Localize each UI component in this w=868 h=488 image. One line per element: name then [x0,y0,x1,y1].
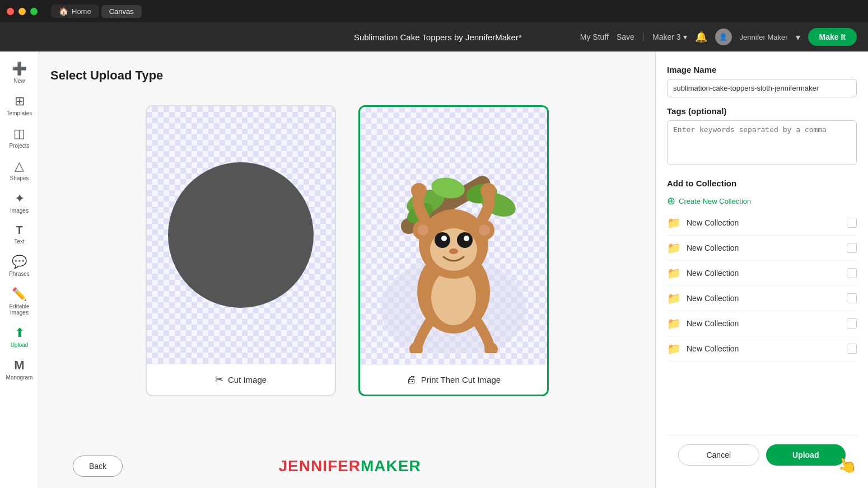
user-chevron-icon: ▾ [796,32,800,43]
folder-icon-4: 📁 [667,292,681,305]
sidebar-item-templates[interactable]: ⊞ Templates [3,90,36,121]
user-name: Jennifer Maker [740,33,788,41]
save-link[interactable]: Save [617,32,634,41]
right-panel: Image Name Tags (optional) Add to Collec… [655,51,868,488]
add-to-collection-title: Add to Collection [667,179,857,188]
collection-checkbox-1[interactable] [847,218,857,228]
sidebar-item-text[interactable]: T Text [3,219,36,249]
minimize-button[interactable] [18,8,26,15]
collection-left-4: 📁 New Collection [667,292,739,305]
collection-item-1: 📁 New Collection [667,210,857,236]
maker-dropdown[interactable]: Maker 3 ▾ [652,32,687,41]
sidebar-item-images[interactable]: ✦ Images [3,187,36,218]
svg-point-20 [411,183,427,199]
sidebar-label-text: Text [14,238,24,245]
collection-left-3: 📁 New Collection [667,266,739,280]
sidebar-item-projects[interactable]: ◫ Projects [3,122,36,153]
folder-icon-2: 📁 [667,241,681,255]
collection-item-5: 📁 New Collection [667,311,857,336]
sidebar-label-templates: Templates [7,110,32,116]
collection-checkbox-4[interactable] [847,293,857,303]
svg-point-15 [449,248,458,254]
collection-item-3: 📁 New Collection [667,261,857,286]
tags-input[interactable] [667,120,857,165]
templates-icon: ⊞ [15,94,25,109]
print-then-cut-text: Print Then Cut Image [421,375,501,384]
create-new-collection-label: Create New Collection [679,197,751,205]
home-icon: 🏠 [59,7,68,16]
sidebar: ➕ New ⊞ Templates ◫ Projects △ Shapes ✦ … [0,51,39,488]
sidebar-label-projects: Projects [9,143,29,149]
shapes-icon: △ [15,159,24,173]
monogram-icon: M [14,358,24,373]
sidebar-item-shapes[interactable]: △ Shapes [3,154,36,186]
tags-section: Tags (optional) [667,106,857,167]
svg-point-19 [479,224,490,236]
cut-image-circle [168,162,314,308]
make-it-button[interactable]: Make It [808,28,857,46]
collection-checkbox-6[interactable] [847,344,857,354]
sidebar-label-new: New [13,78,25,84]
cancel-button[interactable]: Cancel [678,444,759,466]
folder-icon-3: 📁 [667,266,681,280]
collection-name-4: New Collection [687,294,739,303]
new-icon: ➕ [12,62,27,76]
sidebar-item-editable-images[interactable]: ✏️ Editable Images [3,283,36,320]
upload-icon: ⬆ [15,326,25,340]
sidebar-item-new[interactable]: ➕ New [3,57,36,88]
notifications-icon[interactable]: 🔔 [695,31,707,43]
collection-checkbox-5[interactable] [847,318,857,329]
main-layout: ➕ New ⊞ Templates ◫ Projects △ Shapes ✦ … [0,51,868,488]
jennifer-maker-logo: JENNIFERMAKER [278,457,421,475]
phrases-icon: 💬 [12,255,27,269]
maker-label: Maker 3 [652,32,681,41]
image-name-section: Image Name [667,65,857,97]
top-nav-right: My Stuff Save | Maker 3 ▾ 🔔 👤 Jennifer M… [580,28,857,46]
collection-item-2: 📁 New Collection [667,236,857,261]
collection-name-6: New Collection [687,344,739,353]
cut-image-area [147,106,335,364]
close-button[interactable] [7,8,14,15]
cursor-icon: 👆 [834,453,859,477]
image-name-input[interactable] [667,79,857,97]
cut-image-label: ✂ Cut Image [147,364,335,395]
editable-images-icon: ✏️ [12,287,27,302]
sidebar-label-shapes: Shapes [10,175,29,181]
logo-jennifer: JENNIFER [278,457,360,475]
back-button[interactable]: Back [73,456,123,477]
svg-point-17 [417,224,428,236]
collection-checkbox-2[interactable] [847,243,857,253]
sidebar-item-upload[interactable]: ⬆ Upload [3,321,36,353]
chevron-down-icon: ▾ [683,32,687,41]
upload-types: ✂ Cut Image [146,105,549,396]
upload-button[interactable]: Upload 👆 [766,444,846,466]
images-icon: ✦ [15,191,25,206]
document-title: Sublimation Cake Toppers by JenniferMake… [296,32,580,42]
sidebar-item-monogram[interactable]: M Monogram [3,354,36,385]
folder-icon-1: 📁 [667,216,681,229]
create-new-collection-button[interactable]: ⊕ Create New Collection [667,195,857,207]
sidebar-label-editable-images: Editable Images [6,303,33,316]
tab-home[interactable]: 🏠 Home [51,4,99,18]
tab-canvas[interactable]: Canvas [101,5,142,18]
add-to-collection-section: Add to Collection ⊕ Create New Collectio… [667,179,857,362]
svg-point-13 [441,236,447,241]
collection-checkbox-3[interactable] [847,268,857,278]
my-stuff-link[interactable]: My Stuff [580,32,609,41]
nav-separator: | [642,32,645,42]
collection-left-1: 📁 New Collection [667,216,739,229]
page-title: Select Upload Type [50,68,163,83]
projects-icon: ◫ [13,126,25,141]
avatar[interactable]: 👤 [715,29,732,45]
sidebar-item-phrases[interactable]: 💬 Phrases [3,250,36,281]
maximize-button[interactable] [30,8,38,15]
sloth-image [375,163,532,353]
collection-name-1: New Collection [687,218,739,227]
tab-canvas-label: Canvas [109,7,134,16]
title-bar: 🏠 Home Canvas [0,0,868,22]
print-then-cut-image-area [360,107,547,364]
print-then-cut-card[interactable]: 🖨 Print Then Cut Image [358,105,549,396]
print-then-cut-label: 🖨 Print Then Cut Image [360,364,547,395]
collection-item-4: 📁 New Collection [667,286,857,311]
cut-image-card[interactable]: ✂ Cut Image [146,105,336,396]
